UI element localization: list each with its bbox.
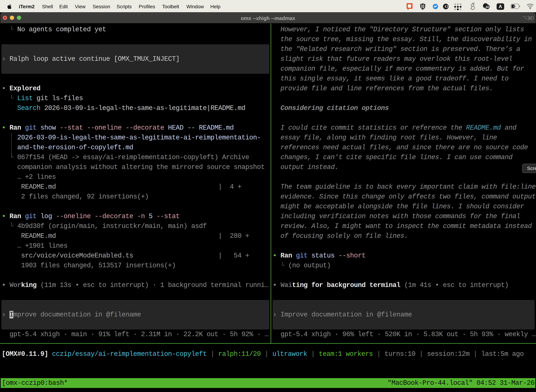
- svg-text:..61: ..61: [484, 5, 490, 9]
